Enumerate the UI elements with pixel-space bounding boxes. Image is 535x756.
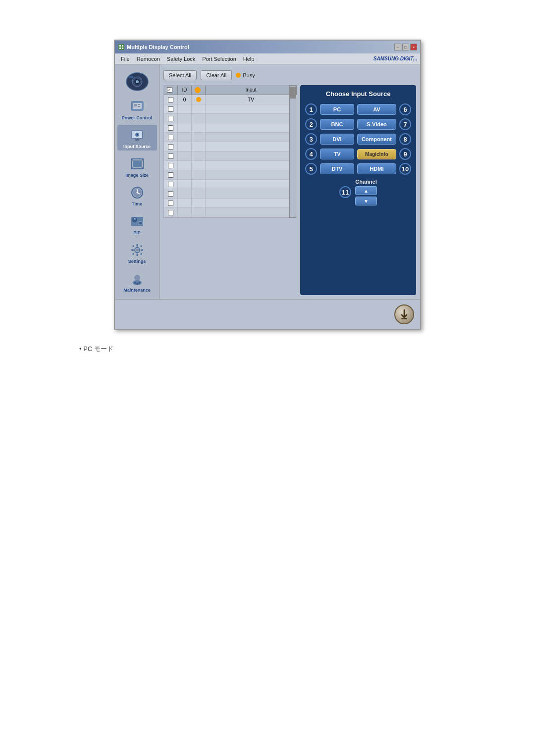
sidebar-label-maintenance: Maintenance [123,288,151,293]
pip-icon [128,212,146,230]
menu-bar: File Remocon Safety Lock Port Selection … [115,53,420,64]
svg-point-49 [138,282,140,284]
input-num-10: 10 [399,163,411,175]
busy-label: Busy [243,72,255,78]
row-checkbox[interactable] [168,144,173,150]
menu-help[interactable]: Help [240,55,258,63]
svg-rect-4 [122,48,123,49]
menu-safety-lock[interactable]: Safety Lock [164,55,198,63]
svg-rect-0 [118,44,124,50]
row-checkbox[interactable] [168,172,173,178]
table-section: ID Input 0 [163,85,416,295]
sidebar-logo [122,69,152,93]
input-source-panel: Choose Input Source 1 PC AV 6 [300,85,416,295]
sidebar-item-image-size[interactable]: Image Size [117,153,157,179]
row-checkbox[interactable] [168,191,173,197]
row-checkbox[interactable] [168,116,173,121]
sidebar-item-time[interactable]: Time [117,182,157,208]
hdmi-button[interactable]: HDMI [357,163,396,174]
input-btn-pc[interactable]: 1 PC [305,103,354,115]
svg-rect-3 [119,48,121,49]
sidebar-item-pip[interactable]: PIP [117,211,157,237]
input-btn-hdmi[interactable]: HDMI 10 [357,163,411,175]
svg-rect-41 [132,245,134,247]
busy-dot [236,73,241,78]
menu-remocon[interactable]: Remocon [134,55,163,63]
samsung-logo: SAMSUNG DIGIT... [374,56,417,61]
magicinfo-button[interactable]: MagicInfo [357,149,396,159]
row-checkbox[interactable] [168,210,173,215]
input-btn-dtv[interactable]: 5 DTV [305,163,354,175]
row-checkbox[interactable] [168,153,173,159]
input-btn-dvi[interactable]: 3 DVI [305,133,354,145]
svg-point-45 [134,275,140,281]
pc-button[interactable]: PC [320,104,354,115]
dvi-button[interactable]: DVI [320,134,354,145]
table-row [164,208,297,217]
table-row [164,199,297,208]
sidebar-item-power-control[interactable]: Power Control [117,96,157,122]
menu-file[interactable]: File [118,55,133,63]
sidebar-item-input-source[interactable]: Input Source [117,125,157,151]
status-dot-1 [196,97,201,102]
footer-note-text: • PC モード [79,345,113,353]
input-num-6: 6 [399,103,411,115]
minimize-button[interactable]: – [394,44,401,50]
svg-point-48 [136,283,138,285]
data-table: ID Input 0 [163,85,297,218]
select-all-button[interactable]: Select All [163,70,197,80]
channel-up-button[interactable]: ▲ [355,186,377,195]
close-button[interactable]: × [410,44,417,50]
dtv-button[interactable]: DTV [320,163,354,174]
av-button[interactable]: AV [357,104,396,115]
input-btn-tv[interactable]: 4 TV [305,148,354,160]
table-row [164,161,297,170]
svg-rect-9 [129,76,133,78]
sidebar-label-settings: Settings [128,259,146,264]
window-controls: – □ × [394,44,417,50]
svg-rect-21 [133,160,142,167]
power-icon [128,98,146,115]
maximize-button[interactable]: □ [402,44,409,50]
row-check-1[interactable] [164,95,178,104]
header-id: ID [178,86,192,95]
svg-point-36 [136,249,139,252]
time-icon [128,184,146,202]
table-row [164,104,297,114]
input-btn-bnc[interactable]: 2 BNC [305,118,354,130]
svg-point-47 [134,282,136,284]
table-header: ID Input [164,86,297,95]
input-btn-svideo[interactable]: S-Video 7 [357,118,411,130]
row-checkbox[interactable] [168,135,173,140]
tv-button[interactable]: TV [320,149,354,159]
row-checkbox-1[interactable] [168,97,173,102]
scroll-thumb [290,87,296,99]
input-source-icon [128,126,146,144]
sidebar-item-settings[interactable]: Settings [117,240,157,265]
sidebar-item-maintenance[interactable]: Maintenance [117,268,157,294]
row-checkbox[interactable] [168,163,173,168]
input-btn-av[interactable]: AV 6 [357,103,411,115]
row-checkbox[interactable] [168,106,173,112]
input-btn-component[interactable]: Component 8 [357,133,411,145]
menu-port-selection[interactable]: Port Selection [199,55,239,63]
svg-rect-40 [141,250,143,251]
header-checkbox[interactable] [167,87,172,93]
svideo-button[interactable]: S-Video [357,119,396,130]
svg-rect-50 [401,318,407,319]
channel-down-button[interactable]: ▼ [355,197,377,205]
menu-items: File Remocon Safety Lock Port Selection … [118,55,257,63]
row-id-1: 0 [178,95,192,104]
row-checkbox[interactable] [168,201,173,206]
row-checkbox[interactable] [168,125,173,131]
apply-button[interactable] [394,304,414,324]
component-button[interactable]: Component [357,134,396,145]
bnc-button[interactable]: BNC [320,119,354,130]
row-checkbox[interactable] [168,182,173,187]
main-content: Power Control Input Source [115,64,420,299]
clear-all-button[interactable]: Clear All [201,70,232,80]
scrollbar[interactable] [289,85,296,218]
input-btn-magicinfo[interactable]: MagicInfo 9 [357,148,411,160]
table-row [164,151,297,161]
input-num-9: 9 [399,148,411,160]
